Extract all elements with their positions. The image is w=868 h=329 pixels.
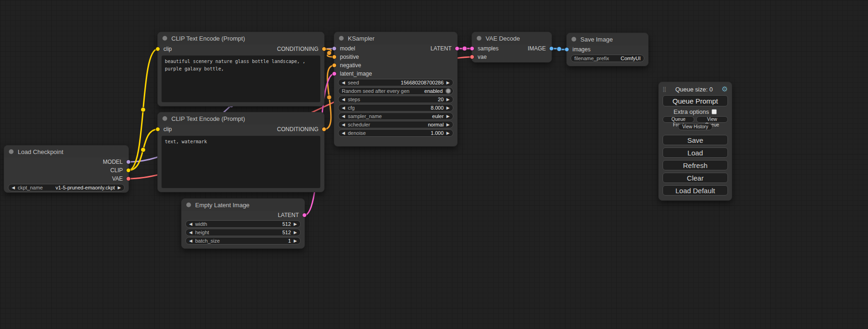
steps-widget[interactable]: ◀ steps 20 ▶ — [338, 96, 453, 103]
slot-row: MODEL — [4, 158, 128, 166]
conditioning-output-port[interactable] — [322, 47, 326, 51]
node-title-bar[interactable]: VAE Decode — [472, 32, 551, 44]
decrement-arrow-icon[interactable]: ◀ — [12, 186, 15, 190]
node-title-bar[interactable]: Load Checkpoint — [4, 146, 128, 158]
increment-arrow-icon[interactable]: ▶ — [446, 123, 450, 127]
queue-prompt-button[interactable]: Queue Prompt — [663, 95, 728, 106]
clip-input-port[interactable] — [155, 127, 160, 132]
scheduler-widget[interactable]: ◀ scheduler normal ▶ — [338, 121, 453, 128]
negative-input-port[interactable] — [332, 63, 337, 68]
increment-arrow-icon[interactable]: ▶ — [446, 81, 450, 85]
cfg-widget[interactable]: ◀ cfg 8.000 ▶ — [338, 104, 453, 112]
increment-arrow-icon[interactable]: ▶ — [294, 222, 297, 226]
decrement-arrow-icon[interactable]: ◀ — [189, 239, 192, 243]
settings-gear-icon[interactable]: ⚙ — [722, 85, 728, 93]
node-status-dot — [162, 116, 167, 121]
decrement-arrow-icon[interactable]: ◀ — [189, 222, 192, 226]
slot-row: VAE — [4, 175, 128, 183]
view-history-button[interactable]: View History — [678, 124, 713, 130]
model-output-port[interactable] — [126, 160, 131, 164]
output-slot-label: MODEL — [103, 159, 123, 165]
sampler-name-widget[interactable]: ◀ sampler_name euler ▶ — [338, 112, 453, 120]
node-title-bar[interactable]: Save Image — [567, 33, 648, 45]
increment-arrow-icon[interactable]: ▶ — [446, 106, 450, 110]
filename-prefix-widget[interactable]: filename_prefix ComfyUI — [571, 55, 644, 62]
load-button[interactable]: Load — [663, 147, 728, 158]
decrement-arrow-icon[interactable]: ◀ — [189, 231, 192, 235]
save-button[interactable]: Save — [663, 135, 728, 145]
slot-row: CLIP — [4, 166, 128, 175]
node-title: Load Checkpoint — [18, 148, 64, 155]
latent-output-port[interactable] — [302, 213, 307, 217]
negative-prompt-textarea[interactable]: text, watermark — [162, 136, 320, 188]
widget-value: 512 — [282, 230, 291, 235]
vae-output-port[interactable] — [126, 176, 131, 181]
increment-arrow-icon[interactable]: ▶ — [446, 114, 450, 119]
slot-row: negative — [334, 61, 457, 70]
widget-label: Random seed after every gen — [342, 88, 409, 94]
node-graph-canvas[interactable]: Load Checkpoint MODEL CLIP VAE ◀ ckpt_na… — [0, 0, 868, 329]
decrement-arrow-icon[interactable]: ◀ — [342, 131, 345, 135]
clear-button[interactable]: Clear — [663, 173, 728, 183]
node-vae-decode[interactable]: VAE Decode samples IMAGE vae — [472, 32, 552, 63]
toggle-knob[interactable] — [445, 88, 451, 94]
model-input-port[interactable] — [332, 46, 337, 51]
input-slot-label: images — [572, 46, 591, 53]
width-widget[interactable]: ◀ width 512 ▶ — [185, 220, 301, 228]
input-slot-label: samples — [478, 45, 499, 52]
positive-input-port[interactable] — [332, 55, 337, 59]
denoise-widget[interactable]: ◀ denoise 1.000 ▶ — [338, 129, 453, 137]
positive-prompt-textarea[interactable]: beautiful scenery nature glass bottle la… — [162, 56, 320, 102]
widget-label: ckpt_name — [18, 185, 43, 190]
decrement-arrow-icon[interactable]: ◀ — [342, 98, 345, 102]
node-load-checkpoint[interactable]: Load Checkpoint MODEL CLIP VAE ◀ ckpt_na… — [4, 145, 129, 193]
widget-label: steps — [348, 97, 360, 102]
input-slot-label: clip — [163, 126, 172, 133]
refresh-button[interactable]: Refresh — [663, 160, 728, 170]
random-seed-toggle[interactable]: Random seed after every gen enabled — [338, 87, 453, 95]
node-empty-latent-image[interactable]: Empty Latent Image LATENT ◀ width 512 ▶ … — [181, 198, 305, 249]
node-ksampler[interactable]: KSampler model LATENT positive negative … — [334, 32, 458, 147]
ckpt-name-widget[interactable]: ◀ ckpt_name v1-5-pruned-emaonly.ckpt ▶ — [8, 184, 125, 191]
node-title-bar[interactable]: CLIP Text Encode (Prompt) — [158, 32, 324, 44]
slot-row: clip CONDITIONING — [158, 44, 324, 54]
increment-arrow-icon[interactable]: ▶ — [446, 98, 450, 102]
node-clip-text-encode-positive[interactable]: CLIP Text Encode (Prompt) clip CONDITION… — [157, 32, 325, 106]
menu-header: ⣿ Queue size: 0 ⚙ — [663, 84, 728, 94]
images-input-port[interactable] — [565, 47, 569, 52]
seed-widget[interactable]: ◀ seed 156680208700286 ▶ — [338, 79, 453, 86]
decrement-arrow-icon[interactable]: ◀ — [342, 114, 345, 119]
slot-row: latent_image — [334, 70, 457, 78]
conditioning-output-port[interactable] — [322, 127, 326, 132]
decrement-arrow-icon[interactable]: ◀ — [342, 81, 345, 85]
increment-arrow-icon[interactable]: ▶ — [294, 239, 297, 243]
extra-options-checkbox[interactable] — [712, 109, 717, 114]
latent-image-input-port[interactable] — [332, 71, 337, 76]
node-title-bar[interactable]: Empty Latent Image — [182, 199, 304, 211]
batch-size-widget[interactable]: ◀ batch_size 1 ▶ — [185, 237, 301, 245]
increment-arrow-icon[interactable]: ▶ — [446, 131, 450, 135]
height-widget[interactable]: ◀ height 512 ▶ — [185, 229, 301, 236]
latent-output-port[interactable] — [455, 46, 459, 51]
widget-value: 8.000 — [431, 105, 444, 111]
image-output-port[interactable] — [549, 46, 554, 51]
decrement-arrow-icon[interactable]: ◀ — [342, 123, 345, 127]
node-status-dot — [9, 149, 14, 154]
clip-input-port[interactable] — [155, 47, 160, 51]
increment-arrow-icon[interactable]: ▶ — [294, 231, 297, 235]
queue-front-button[interactable]: Queue Front — [663, 116, 694, 123]
input-slot-label: positive — [340, 54, 359, 60]
node-title-bar[interactable]: CLIP Text Encode (Prompt) — [158, 112, 324, 125]
view-queue-button[interactable]: View Queue — [696, 116, 728, 123]
vae-input-port[interactable] — [470, 55, 474, 59]
drag-handle-icon[interactable]: ⣿ — [663, 86, 666, 92]
node-title: KSampler — [348, 35, 374, 42]
samples-input-port[interactable] — [470, 46, 474, 51]
load-default-button[interactable]: Load Default — [663, 185, 728, 196]
node-clip-text-encode-negative[interactable]: CLIP Text Encode (Prompt) clip CONDITION… — [157, 112, 325, 192]
clip-output-port[interactable] — [126, 168, 131, 173]
increment-arrow-icon[interactable]: ▶ — [118, 186, 121, 190]
node-title-bar[interactable]: KSampler — [334, 32, 457, 44]
decrement-arrow-icon[interactable]: ◀ — [342, 106, 345, 110]
node-save-image[interactable]: Save Image images filename_prefix ComfyU… — [566, 33, 649, 66]
